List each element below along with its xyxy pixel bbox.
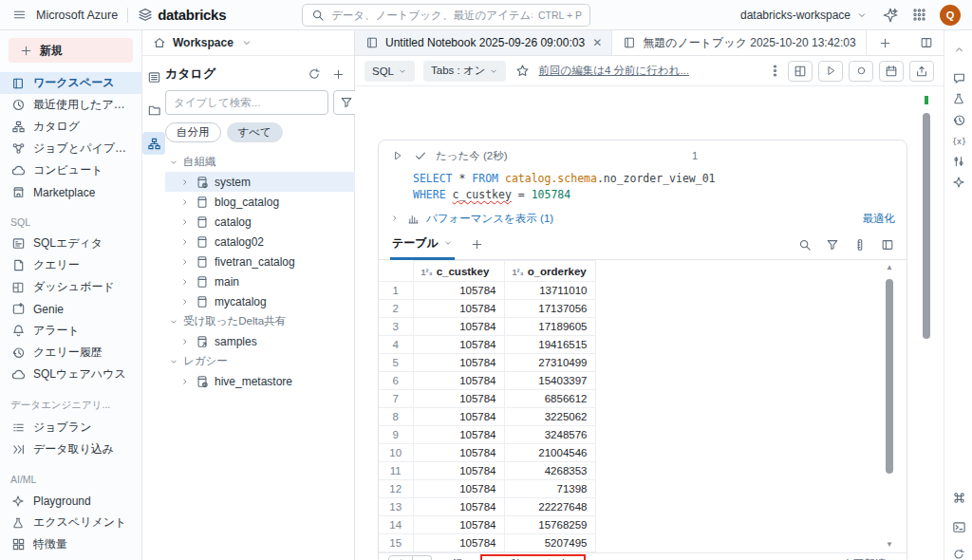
global-search-input[interactable]: データ、ノートブック、最近のアイテムなどを検索... CTRL + P	[302, 4, 590, 27]
table-scrollbar[interactable]: ▲ ▼	[885, 264, 894, 549]
table-row[interactable]: 91057843248576	[379, 426, 595, 444]
sidebar-item-data-ingestion[interactable]: データ取り込み	[0, 439, 141, 460]
close-tab-icon[interactable]: ✕	[592, 36, 602, 49]
table-row[interactable]: 310578417189605	[379, 318, 595, 336]
sidebar-item-compute[interactable]: コンピュート	[0, 159, 141, 181]
table-results-tab[interactable]: テーブル	[390, 230, 455, 260]
tree-item-blog_catalog[interactable]: blog_catalog	[165, 192, 369, 212]
column-width-icon[interactable]	[852, 237, 868, 252]
collapse-icon[interactable]	[951, 42, 966, 57]
table-row[interactable]: 71057846856612	[379, 390, 595, 408]
filter-chip-0[interactable]: 自分用	[165, 122, 221, 142]
variables-icon[interactable]: {x}	[951, 133, 966, 148]
tree-section[interactable]: 自組織	[165, 152, 369, 172]
rail-toc-button[interactable]	[142, 65, 165, 88]
sidebar-item-recents[interactable]: 最近使用したアイテ...	[0, 94, 141, 116]
sidebar-item-query-history[interactable]: クエリー履歴	[0, 342, 141, 364]
kebab-menu-icon[interactable]	[767, 64, 782, 79]
performance-link[interactable]: パフォーマンスを表示 (1)	[426, 212, 553, 226]
tree-item-fivetran_catalog[interactable]: fivetran_catalog	[165, 252, 369, 271]
last-edit-link[interactable]: 前回の編集は4 分前に行われ...	[538, 64, 689, 78]
shortcuts-icon[interactable]	[951, 490, 966, 505]
assistant-sparkle-icon[interactable]	[883, 8, 898, 23]
sidebar-item-sql-warehouses[interactable]: SQLウェアハウス	[0, 364, 141, 385]
notebook-scrollbar[interactable]	[923, 96, 930, 560]
sidebar-item-alerts[interactable]: アラート	[0, 320, 141, 342]
sidebar-item-marketplace[interactable]: Marketplace	[0, 181, 141, 203]
code-editor[interactable]: SELECT * FROM catalog.schema.no_zorder_v…	[379, 163, 907, 207]
rail-folder-button[interactable]	[142, 99, 165, 121]
user-avatar[interactable]: Q	[940, 5, 961, 26]
share-button[interactable]	[909, 61, 934, 82]
assistant-icon[interactable]	[951, 175, 966, 190]
download-options-button[interactable]	[413, 555, 432, 560]
language-select[interactable]: SQL	[364, 61, 415, 82]
sidebar-item-workspace[interactable]: ワークスペース	[0, 72, 141, 94]
table-row[interactable]: 151057845207495	[379, 534, 595, 552]
sidebar-item-features[interactable]: 特徴量	[0, 533, 141, 555]
run-all-button[interactable]	[818, 61, 843, 82]
catalog-search-input[interactable]	[165, 90, 328, 115]
sidebar-item-sql-editor[interactable]: SQLエディタ	[0, 233, 141, 254]
table-row[interactable]: 210578417137056	[379, 300, 595, 318]
dashboard-view-button[interactable]	[788, 61, 813, 82]
split-view-icon[interactable]	[919, 35, 934, 50]
table-row[interactable]: 111057844268353	[379, 462, 595, 480]
table-row[interactable]: 110578413711010	[379, 282, 595, 300]
star-icon[interactable]	[514, 64, 530, 79]
tree-item-catalog02[interactable]: catalog02	[165, 232, 369, 252]
table-row[interactable]: 410578419416515	[379, 336, 595, 354]
tree-item-samples[interactable]: samples	[165, 331, 369, 351]
notebook-tab-2[interactable]: 無題のノートブック 2025-10-20 13:42:03	[612, 30, 866, 55]
run-cell-icon[interactable]	[390, 148, 405, 163]
workspace-breadcrumb[interactable]: Workspace	[142, 30, 354, 56]
download-button[interactable]	[388, 555, 413, 560]
column-header-o_orderkey[interactable]: 1²₃o_orderkey	[504, 261, 595, 282]
sidebar-item-catalog[interactable]: カタログ	[0, 116, 141, 138]
sidebar-item-dashboards[interactable]: ダッシュボード	[0, 276, 141, 298]
rail-catalog-button[interactable]	[142, 132, 165, 155]
tree-item-hive_metastore[interactable]: hive_metastore	[165, 371, 369, 391]
databricks-logo[interactable]: databricks	[138, 7, 226, 23]
tree-item-main[interactable]: main	[165, 271, 369, 291]
repl-icon[interactable]	[951, 547, 966, 560]
add-visualization-button[interactable]	[470, 237, 485, 252]
chevron-right-icon[interactable]	[390, 211, 400, 226]
tree-section[interactable]: レガシー	[165, 351, 369, 371]
tree-item-system[interactable]: system	[165, 172, 369, 192]
sidebar-item-experiments[interactable]: エクスペリメント	[0, 512, 141, 533]
terminal-icon[interactable]	[951, 519, 966, 534]
filter-results-icon[interactable]	[825, 237, 840, 252]
table-row[interactable]: 1410578415768259	[379, 516, 595, 534]
sidebar-item-jobs-pipelines[interactable]: ジョブとパイプライ...	[0, 138, 141, 159]
apps-grid-icon[interactable]	[911, 8, 926, 23]
comments-icon[interactable]	[951, 70, 966, 85]
table-row[interactable]: 510578427310499	[379, 354, 595, 372]
table-row[interactable]: 1010578421004546	[379, 444, 595, 462]
table-row[interactable]: 610578415403397	[379, 372, 595, 390]
workspace-selector[interactable]: databricks-workspace	[740, 8, 869, 23]
tree-section[interactable]: 受け取ったDelta共有	[165, 311, 369, 331]
refresh-icon[interactable]	[307, 66, 322, 82]
experiments-icon[interactable]	[951, 91, 966, 106]
version-history-icon[interactable]	[951, 112, 966, 127]
table-row[interactable]: 1310578422227648	[379, 498, 595, 516]
column-header-c_custkey[interactable]: 1²₃c_custkey	[413, 261, 504, 282]
hamburger-menu-icon[interactable]	[11, 8, 27, 23]
add-icon[interactable]	[330, 66, 346, 82]
tabs-toggle[interactable]: Tabs : オン	[423, 61, 506, 82]
environment-settings-icon[interactable]	[951, 154, 966, 169]
sidebar-item-genie[interactable]: Genie	[0, 298, 141, 320]
search-results-icon[interactable]	[797, 237, 813, 252]
sidebar-item-playground[interactable]: Playground	[0, 490, 141, 512]
filter-chip-1[interactable]: すべて	[227, 122, 283, 142]
sidebar-item-job-runs[interactable]: ジョブラン	[0, 417, 141, 439]
tree-item-mycatalog[interactable]: mycatalog	[165, 291, 369, 311]
notebook-tab-1[interactable]: Untitled Notebook 2025-09-26 09:00:03 ✕	[355, 30, 612, 55]
tree-item-catalog[interactable]: catalog	[165, 212, 369, 232]
optimize-link[interactable]: 最適化	[863, 212, 896, 226]
new-tab-button[interactable]	[867, 30, 905, 55]
side-panel-icon[interactable]	[880, 237, 895, 252]
sidebar-item-queries[interactable]: クエリー	[0, 254, 141, 276]
schedule-button[interactable]	[879, 61, 904, 82]
